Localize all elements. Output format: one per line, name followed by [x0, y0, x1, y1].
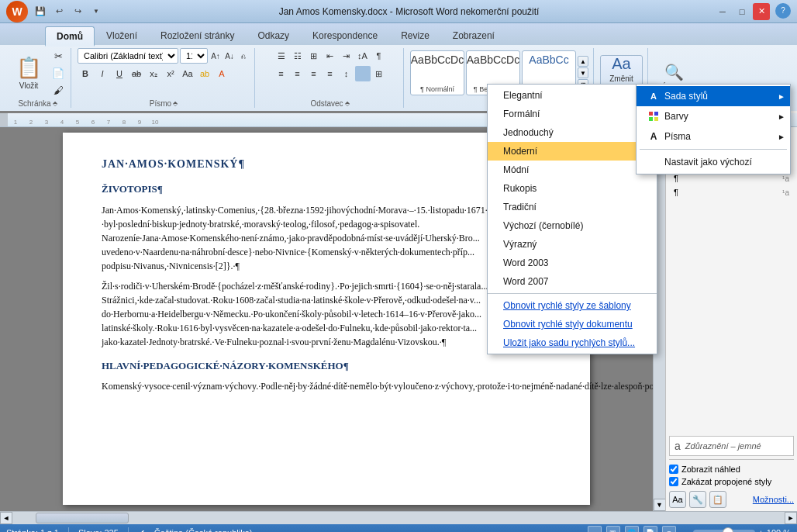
copy-button[interactable]: 📄	[50, 65, 66, 81]
styles-scroll-down[interactable]: ▼	[578, 67, 588, 78]
dropdown-modni[interactable]: Módní	[488, 161, 657, 179]
help-button[interactable]: ?	[775, 3, 791, 19]
panel-btn2[interactable]: 🔧	[689, 491, 706, 508]
highlight-button[interactable]: ab	[197, 66, 212, 81]
minimize-button[interactable]: ─	[714, 3, 731, 20]
dropdown-word2003[interactable]: Word 2003	[488, 254, 657, 272]
strikethrough-button[interactable]: ab	[129, 66, 144, 81]
dropdown-rukopis[interactable]: Rukopis	[488, 179, 657, 198]
tab-korespondence[interactable]: Korespondence	[301, 25, 389, 45]
paste-label: Vložit	[19, 81, 38, 90]
doc-para2[interactable]: Žil·s·rodiči·v·Uherském·Brodě·{pocházel·…	[102, 279, 551, 349]
view-outline-btn[interactable]: 📄	[643, 526, 657, 532]
save-quick-btn[interactable]: 💾	[33, 4, 48, 19]
dropdown-ulozit-sadu[interactable]: Uložit jako sadu rychlých stylů...	[488, 333, 657, 352]
zoom-in-btn[interactable]: +	[758, 528, 763, 532]
dropdown-elegantni[interactable]: Elegantní	[488, 86, 657, 105]
doc-para1[interactable]: Jan·Amos·Komenský,·latinsky·Comenius,·{2…	[102, 203, 551, 273]
line-spacing-btn[interactable]: ↕	[339, 66, 354, 81]
dropdown-jednoduchy[interactable]: Jednoduchý	[488, 123, 657, 142]
language-status[interactable]: Čeština (Česká republika)	[154, 528, 253, 532]
show-preview-checkbox[interactable]	[669, 465, 678, 474]
undo-quick-btn[interactable]: ↩	[51, 4, 67, 19]
tab-rozlozeni[interactable]: Rozložení stránky	[149, 25, 246, 45]
font-size-select[interactable]: 11	[180, 48, 208, 64]
maximize-button[interactable]: □	[733, 3, 750, 20]
align-right-btn[interactable]: ≡	[306, 66, 322, 81]
dropdown-obnovit-sablony[interactable]: Obnovit rychlé styly ze šablony	[488, 296, 657, 315]
bold-button[interactable]: B	[78, 66, 93, 81]
language-label: Čeština (Česká republika)	[154, 528, 253, 532]
dropdown-obnovit-dokumentu[interactable]: Obnovit rychlé styly dokumentu	[488, 315, 657, 333]
options-link[interactable]: Možnosti...	[753, 495, 794, 504]
subscript-button[interactable]: x₂	[146, 66, 161, 81]
superscript-button[interactable]: x²	[163, 66, 178, 81]
office-logo[interactable]: W	[6, 1, 28, 22]
dropdown-tradicni[interactable]: Tradiční	[488, 198, 657, 216]
multi-list-btn[interactable]: ⊞	[306, 48, 322, 64]
context-sada-stylu[interactable]: A Sada stylů ►	[637, 86, 790, 106]
zoom-slider-thumb[interactable]	[723, 527, 733, 532]
obnovit-dokumentu-label: Obnovit rychlé styly dokumentu	[503, 319, 633, 330]
shading-btn[interactable]	[355, 66, 371, 81]
clipboard-expand[interactable]: ⬘	[53, 100, 57, 107]
clear-format-button[interactable]: ⎌	[237, 50, 250, 62]
font-name-select[interactable]: Calibri (Základní text)	[78, 48, 178, 64]
view-reading-btn[interactable]: ▣	[606, 526, 620, 532]
h-scroll-track[interactable]	[12, 512, 785, 524]
dropdown-formalni[interactable]: Formální	[488, 105, 657, 123]
indent-btn[interactable]: ⇥	[339, 48, 354, 64]
paste-button[interactable]: 📋 Vložit	[9, 50, 48, 95]
context-barvy[interactable]: Barvy ►	[637, 106, 790, 126]
format-painter-button[interactable]: 🖌	[50, 82, 66, 98]
quick-access-dropdown[interactable]: ▼	[88, 4, 104, 19]
align-center-btn[interactable]: ≡	[290, 66, 305, 81]
h-scroll-left[interactable]: ◄	[0, 512, 12, 524]
doc-para3[interactable]: Komenský·vysoce·cenil·význam·výchovy.·Po…	[102, 379, 551, 393]
dropdown-moderni[interactable]: Moderní	[488, 142, 657, 161]
panel-style-item-5[interactable]: ¶ ¹a	[669, 185, 794, 199]
font-expand[interactable]: ⬘	[173, 100, 178, 107]
h-scroll-thumb[interactable]	[36, 513, 129, 523]
context-pisma[interactable]: A Písma ►	[637, 126, 790, 147]
bullet-list-btn[interactable]: ☰	[274, 48, 289, 64]
panel-btn3[interactable]: 📋	[709, 491, 726, 508]
h-scroll-right[interactable]: ►	[785, 512, 797, 524]
panel-btn1[interactable]: Aa	[669, 491, 686, 508]
dropdown-vychozi[interactable]: Výchozí (černobílé)	[488, 216, 657, 235]
sort-btn[interactable]: ↕A	[355, 48, 371, 64]
disable-linked-checkbox[interactable]	[669, 477, 678, 486]
cut-button[interactable]: ✂	[50, 48, 66, 64]
border-btn[interactable]: ⊞	[371, 66, 387, 81]
view-normal-btn[interactable]: ▪	[588, 526, 602, 532]
underline-button[interactable]: U	[112, 66, 127, 81]
redo-quick-btn[interactable]: ↪	[70, 4, 85, 19]
scroll-down-button[interactable]: ▼	[654, 499, 666, 511]
font-color-button[interactable]: A	[214, 66, 229, 81]
context-nastavit-vychozi[interactable]: Nastavit jako výchozí	[637, 152, 790, 172]
paragraph-label: Odstavec ⬘	[310, 99, 349, 108]
close-button[interactable]: ✕	[753, 3, 770, 20]
dropdown-word2007[interactable]: Word 2007	[488, 272, 657, 291]
tab-revize[interactable]: Revize	[389, 25, 441, 45]
font-size-decrease[interactable]: A↓	[223, 50, 236, 62]
change-case-button[interactable]: Aa	[180, 66, 195, 81]
outdent-btn[interactable]: ⇤	[323, 48, 338, 64]
justify-btn[interactable]: ≡	[323, 66, 338, 81]
zoom-out-btn[interactable]: −	[685, 528, 690, 532]
view-draft-btn[interactable]: ≡	[662, 526, 676, 532]
font-size-increase[interactable]: A↑	[209, 50, 222, 62]
tab-zobrazeni[interactable]: Zobrazení	[441, 25, 506, 45]
tab-odkazy[interactable]: Odkazy	[246, 25, 301, 45]
italic-button[interactable]: I	[95, 66, 110, 81]
dropdown-vyrazny[interactable]: Výrazný	[488, 235, 657, 254]
styles-scroll-up[interactable]: ▲	[578, 56, 588, 67]
num-list-btn[interactable]: ☷	[290, 48, 305, 64]
view-web-btn[interactable]: 🌐	[625, 526, 639, 532]
style-normal[interactable]: AaBbCcDc ¶ Normální	[410, 50, 464, 95]
show-pilcrow-btn[interactable]: ¶	[371, 48, 387, 64]
tab-domu[interactable]: Domů	[45, 26, 95, 47]
tab-vlozeni[interactable]: Vložení	[95, 25, 149, 45]
paragraph-expand[interactable]: ⬘	[345, 100, 350, 107]
align-left-btn[interactable]: ≡	[274, 66, 289, 81]
